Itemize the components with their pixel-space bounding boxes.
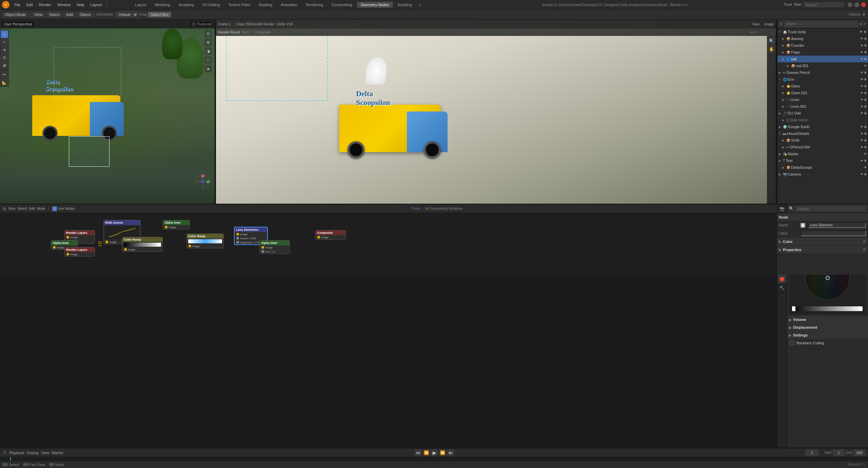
- add-workspace-btn[interactable]: +: [416, 2, 423, 7]
- view-menu-render[interactable]: View: [752, 22, 760, 26]
- tree-item-camera[interactable]: ▶ 📷 Camera 👁 🖥: [777, 171, 868, 178]
- tree-item-masks[interactable]: ▶ 🎭 Masks 👁: [777, 150, 868, 157]
- close-btn[interactable]: [861, 2, 866, 7]
- tree-item-counter[interactable]: ▶ 📦 Counter 👁 🖥: [777, 42, 868, 49]
- start-frame-input[interactable]: [833, 449, 845, 456]
- view-menu-node[interactable]: View: [8, 207, 16, 210]
- tab-animation[interactable]: Animation: [277, 2, 301, 8]
- tree-item-grease-pencil[interactable]: ▶ ✏ Grease Pencil 👁 🖥: [777, 69, 868, 76]
- node-menu-node[interactable]: Node: [37, 207, 45, 210]
- scale-tool-btn[interactable]: ⊞: [1, 62, 8, 69]
- tree-item-env[interactable]: ▽ 🌐 Env 👁 🖥: [777, 76, 868, 83]
- node-properties-header[interactable]: ▶ Properties ☰: [777, 246, 868, 254]
- menu-edit[interactable]: Edit: [24, 2, 36, 7]
- tab-layout[interactable]: Layout: [131, 2, 151, 8]
- viewport-shading-wire-icon[interactable]: □: [204, 56, 212, 64]
- props-tab-material[interactable]: 🔴: [777, 275, 786, 284]
- menu-file[interactable]: File: [12, 2, 23, 7]
- jump-end-btn[interactable]: ⏭: [447, 449, 454, 456]
- node-color-header[interactable]: ▶ Color ☰: [777, 238, 868, 246]
- prev-frame-btn[interactable]: ⏪: [423, 449, 430, 456]
- annotation-tool-btn[interactable]: ✏: [1, 71, 8, 78]
- current-frame-input[interactable]: [805, 449, 819, 456]
- tree-item-house-details[interactable]: ▽ 🏘 HouseDetails 👁 🖥: [777, 130, 868, 137]
- use-nodes-checkbox[interactable]: ✓: [52, 206, 57, 211]
- measure-tool-btn[interactable]: 📐: [1, 79, 8, 86]
- tab-scripting[interactable]: Scripting: [393, 2, 416, 8]
- outliner-filter-icon[interactable]: ⊕: [859, 22, 862, 26]
- render-search-input[interactable]: [747, 29, 774, 35]
- props-search-input[interactable]: [795, 206, 866, 211]
- viewport-shading-solid-icon[interactable]: ◑: [204, 47, 212, 55]
- tree-item-glare[interactable]: ▶ ⭐ Glare 👁 🖥: [777, 83, 868, 89]
- select-tool-btn[interactable]: ↖: [1, 30, 8, 38]
- end-frame-input[interactable]: [853, 449, 865, 456]
- displacement-section-header[interactable]: ▶ Displacement: [787, 324, 868, 331]
- viewport-gizmo-icon[interactable]: ⊕: [204, 39, 212, 46]
- viewport-shading-rendered-icon[interactable]: ●: [204, 65, 212, 73]
- minimize-btn[interactable]: [848, 2, 852, 7]
- node-render-layers-2[interactable]: Render Layers Image: [64, 247, 95, 257]
- viewport-3d[interactable]: DeltaScoopsilon User Perspective (1) Tru…: [0, 20, 215, 204]
- brightness-slider[interactable]: [792, 306, 863, 311]
- node-name-input[interactable]: [808, 222, 866, 228]
- tree-item-lines-001[interactable]: ▶ 〰 Lines.001 👁 🖥: [777, 103, 868, 110]
- node-color-ramp-2[interactable]: Color Ramp Image: [186, 233, 224, 248]
- props-tab-tool[interactable]: 🔨: [777, 284, 786, 292]
- outliner-sync-icon[interactable]: ↺: [863, 22, 866, 26]
- tree-item-google-earth[interactable]: ▶ 🌍 Google Earth 👁 🖥: [777, 123, 868, 130]
- select-box-btn[interactable]: Select Box: [148, 12, 171, 17]
- keying-menu[interactable]: Keying: [27, 451, 39, 455]
- use-nodes-toggle[interactable]: ✓ Use Nodes: [52, 206, 75, 211]
- menu-help[interactable]: Help: [74, 2, 87, 7]
- tab-texture-paint[interactable]: Texture Paint: [224, 2, 254, 8]
- play-btn[interactable]: ▶: [431, 449, 438, 456]
- brightness-handle[interactable]: [792, 306, 795, 311]
- options-arrow-icon[interactable]: ▼: [862, 12, 866, 17]
- breadcrumb-truck[interactable]: Truck: [412, 207, 420, 210]
- properties-menu-icon[interactable]: ☰: [863, 248, 866, 251]
- jump-start-btn[interactable]: ⏮: [415, 449, 421, 456]
- orientation-select[interactable]: Default Global Local: [115, 12, 138, 18]
- outliner-search-input[interactable]: [784, 21, 858, 27]
- tab-rendering[interactable]: Rendering: [302, 2, 327, 8]
- node-color-ramp[interactable]: Color Ramp Image: [122, 237, 163, 252]
- tree-item-rod[interactable]: ▶ 🔵 rod 👁 🖥: [777, 56, 868, 62]
- object-mode-btn[interactable]: Object Mode: [2, 12, 28, 17]
- layout-label[interactable]: Layout: [88, 2, 104, 7]
- rotate-tool-btn[interactable]: ↻: [1, 54, 8, 61]
- tab-uv-editing[interactable]: UV Editing: [198, 2, 224, 8]
- color-menu-icon[interactable]: ☰: [863, 240, 866, 243]
- image-menu-render[interactable]: Image: [764, 22, 774, 26]
- tree-item-deltascoops[interactable]: ▶ 📦 DeltaScoops 👁: [777, 164, 868, 171]
- volume-section-header[interactable]: ▶ Volume: [787, 316, 868, 323]
- props-tab-render[interactable]: 📷: [777, 204, 786, 213]
- tree-item-flaps[interactable]: ▶ 📦 Flaps 👁 🖥: [777, 49, 868, 56]
- viewport-render[interactable]: DeltaScoopsilon Frame:1 | View 2560x1440…: [216, 20, 776, 204]
- object-btn[interactable]: Object: [77, 12, 93, 17]
- node-composite[interactable]: Composite Image: [315, 230, 346, 240]
- add-menu-node[interactable]: Add: [29, 207, 35, 210]
- node-canvas[interactable]: Render Layers Image Depth RGB Curves Ima…: [0, 213, 868, 275]
- render-zoom-icon[interactable]: 🔍: [768, 37, 775, 45]
- maximize-btn[interactable]: [854, 2, 859, 7]
- tree-item-gpencil-004[interactable]: ▶ ✏ GPencil.004 👁 🖥: [777, 144, 868, 150]
- menu-render[interactable]: Render: [36, 2, 54, 7]
- tab-geometry-nodes[interactable]: Geometry Nodes: [357, 2, 393, 8]
- tab-shading[interactable]: Shading: [255, 2, 276, 8]
- tree-item-truck-body[interactable]: ▽ 🏠 Truck body 👁 🖥: [777, 28, 868, 35]
- tree-item-awning[interactable]: ▶ 📦 Awning 👁 🖥: [777, 35, 868, 42]
- node-label-input[interactable]: [801, 230, 866, 236]
- move-tool-btn[interactable]: ✦: [1, 46, 8, 54]
- add-btn[interactable]: Add: [64, 12, 76, 17]
- select-menu-node[interactable]: Select: [18, 207, 27, 210]
- tree-item-du-ode[interactable]: ▶ 🎵 DU Ode 👁 🖥: [777, 110, 868, 117]
- settings-section-header[interactable]: ▶ Settings: [787, 331, 868, 339]
- tab-modeling[interactable]: Modeling: [151, 2, 174, 8]
- node-alpha-over-3[interactable]: Alpha Over Image Fac: 1.0: [259, 240, 290, 254]
- tree-item-lines[interactable]: ▶ 〰 Lines 👁 🖥: [777, 96, 868, 103]
- select-btn[interactable]: Select: [46, 12, 62, 17]
- navigation-gizmo[interactable]: Y X: [194, 173, 211, 190]
- render-hand-icon[interactable]: ✋: [768, 45, 775, 53]
- view-menu-timeline[interactable]: View: [41, 451, 49, 455]
